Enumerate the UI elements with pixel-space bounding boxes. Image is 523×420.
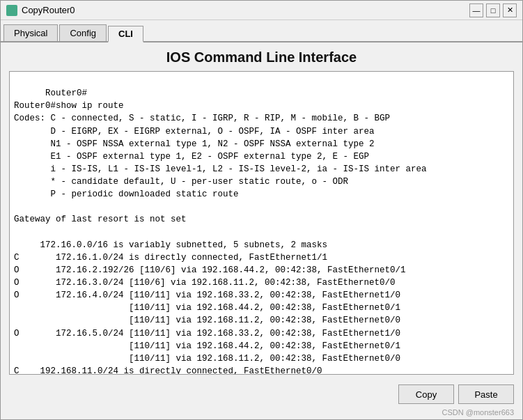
tab-config[interactable]: Config — [59, 24, 107, 41]
tab-physical[interactable]: Physical — [3, 24, 58, 41]
copy-button[interactable]: Copy — [398, 384, 454, 404]
main-window: CopyRouter0 — □ ✕ Physical Config CLI IO… — [0, 0, 523, 420]
title-bar: CopyRouter0 — □ ✕ — [1, 1, 522, 20]
app-icon — [6, 5, 17, 16]
window-title: CopyRouter0 — [22, 5, 469, 15]
minimize-button[interactable]: — — [469, 3, 483, 17]
window-controls: — □ ✕ — [469, 3, 517, 17]
tab-bar: Physical Config CLI — [1, 20, 522, 42]
paste-button[interactable]: Paste — [458, 384, 514, 404]
terminal-text: Router0# Router0#show ip route Codes: C … — [14, 88, 427, 375]
maximize-button[interactable]: □ — [486, 3, 500, 17]
tab-cli[interactable]: CLI — [108, 26, 143, 42]
close-button[interactable]: ✕ — [503, 3, 517, 17]
terminal-output[interactable]: Router0# Router0#show ip route Codes: C … — [9, 71, 514, 375]
terminal-wrapper: Router0# Router0#show ip route Codes: C … — [1, 71, 522, 380]
page-title: IOS Command Line Interface — [1, 42, 522, 71]
watermark: CSDN @monster663 — [1, 408, 522, 419]
bottom-bar: Copy Paste — [1, 380, 522, 408]
